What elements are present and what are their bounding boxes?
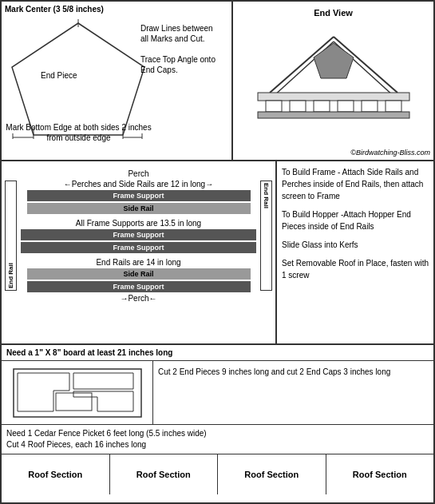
perch-top-label: Perch (128, 169, 148, 178)
side-rail-1-bar: Side Rail (27, 203, 251, 214)
board-middle: Cut 2 End Pieces 9 inches long and cut 2… (2, 361, 433, 425)
roof-section-3: Roof Section (218, 454, 326, 494)
cedar-line-2: Cut 4 Roof Pieces, each 16 inches long (6, 439, 429, 450)
end-piece-diagram: End Piece Draw Lines between all Marks a… (5, 15, 220, 143)
right-panel: End View ©Birdwa (233, 2, 433, 160)
roof-section-2: Roof Section (110, 454, 219, 494)
frame-support-2-bar: Frame Support (21, 229, 256, 240)
svg-rect-19 (386, 101, 401, 112)
svg-rect-17 (338, 101, 354, 112)
svg-rect-20 (258, 112, 409, 118)
roof-section-4: Roof Section (326, 454, 434, 494)
all-frame-supports-row: All Frame Supports are 13.5 in long (19, 219, 258, 228)
end-view-svg (246, 21, 421, 137)
top-section: Mark Center (3 5/8 inches) (2, 2, 433, 161)
bottom-section: Need a 1" X 8" board at least 21 inches … (2, 345, 433, 502)
end-piece-label: End Piece (41, 71, 77, 80)
frame-support-1-bar: Frame Support (27, 190, 251, 201)
end-rail-left: End Rail (5, 181, 17, 291)
svg-marker-23 (73, 373, 133, 389)
svg-marker-22 (18, 373, 69, 411)
frame-support-2-row: Frame Support (19, 229, 258, 240)
draw-lines-text: Draw Lines between all Marks and Cut. Tr… (140, 23, 220, 75)
wood-diagram (2, 361, 153, 424)
frame-instructions: To Build Frame - Attach Side Rails and P… (277, 161, 433, 343)
board-info: Need a 1" X 8" board at least 21 inches … (2, 345, 433, 361)
svg-marker-0 (12, 23, 144, 135)
frame-support-1-row: Frame Support (19, 190, 258, 201)
end-rails-row: End Rails are 14 in long (19, 258, 258, 267)
perch-bottom-arrow-row: → Perch ← (19, 294, 258, 303)
end-piece-svg (5, 15, 152, 139)
svg-rect-16 (314, 101, 330, 112)
instruction-2: To Build Hopper -Attach Hopper End Piece… (282, 208, 429, 232)
perches-side-rails-label: Perches and Side Rails are 12 in long (72, 180, 205, 189)
cedar-line-1: Need 1 Cedar Fence Picket 6 feet long (5… (6, 428, 429, 439)
left-panel: Mark Center (3 5/8 inches) (2, 2, 233, 160)
middle-section: End Rail End Rail Perch ← Perches and Si… (2, 161, 433, 345)
svg-rect-14 (266, 101, 282, 112)
end-rail-right: End Rail (260, 181, 272, 291)
frame-diagram: End Rail End Rail Perch ← Perches and Si… (2, 161, 277, 343)
frame-support-4-bar: Frame Support (27, 281, 251, 292)
all-frame-supports-label: All Frame Supports are 13.5 in long (76, 219, 201, 228)
side-rail-1-row: Side Rail (19, 203, 258, 214)
frame-support-3-row: Frame Support (19, 242, 258, 253)
instruction-4: Set Removable Roof in Place, fasten with… (282, 257, 429, 281)
instruction-3: Slide Glass into Kerfs (282, 239, 429, 251)
copyright-text: ©Birdwatching-Bliss.com (350, 149, 430, 157)
end-rails-label: End Rails are 14 in long (96, 258, 180, 267)
roof-section-1: Roof Section (2, 454, 110, 494)
svg-marker-24 (73, 391, 133, 411)
wood-cut-svg (10, 365, 145, 421)
svg-rect-13 (258, 93, 409, 101)
side-rail-2-bar: Side Rail (27, 268, 251, 280)
end-view-label: End View (314, 8, 353, 18)
perches-arrow-row: ← Perches and Side Rails are 12 in long … (19, 180, 258, 189)
cedar-info: Need 1 Cedar Fence Picket 6 feet long (5… (2, 425, 433, 454)
perch-bottom-label: Perch (128, 294, 148, 303)
side-rail-2-row: Side Rail (19, 268, 258, 280)
bottom-mark-text: Mark Bottom Edge at both sides 2 inches … (5, 122, 152, 143)
mark-center-label: Mark Center (3 5/8 inches) (5, 5, 228, 14)
cut-info: Cut 2 End Pieces 9 inches long and cut 2… (153, 361, 433, 424)
instruction-1: To Build Frame - Attach Side Rails and P… (282, 166, 429, 202)
roof-sections: Roof SectionRoof SectionRoof SectionRoof… (2, 454, 433, 494)
frame-support-4-row: Frame Support (19, 281, 258, 292)
perch-top-row: Perch (19, 169, 258, 178)
svg-rect-15 (290, 101, 306, 112)
cut-info-text: Cut 2 End Pieces 9 inches long and cut 2… (158, 367, 390, 376)
frame-support-3-bar: Frame Support (21, 242, 256, 253)
svg-rect-18 (362, 101, 378, 112)
main-container: Mark Center (3 5/8 inches) (2, 2, 433, 502)
